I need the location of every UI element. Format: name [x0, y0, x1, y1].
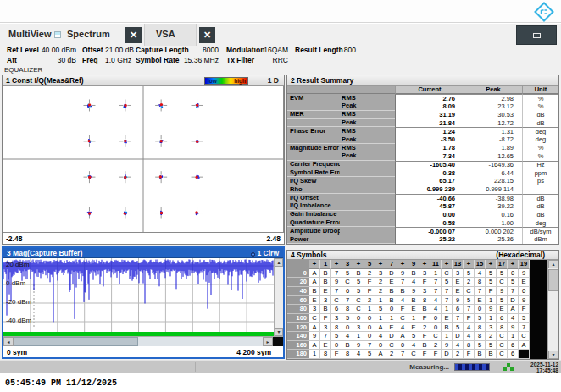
symbol-cell: B: [397, 287, 408, 296]
symbol-cell: 2: [419, 323, 430, 332]
symbol-cell: 3: [419, 269, 430, 279]
result-peak-cell: 0.16: [464, 211, 522, 219]
offset-value[interactable]: 21.00 dB: [105, 46, 134, 54]
symbol-cell: A: [375, 323, 386, 332]
result-unit-cell: ps: [522, 177, 558, 185]
result-length-value[interactable]: 800: [337, 46, 356, 54]
symbol-cell: D: [508, 296, 519, 306]
symbol-cell: 9: [508, 323, 519, 332]
symbol-cell: E: [453, 278, 464, 287]
result-peak-cell: 1.31: [464, 127, 522, 135]
symbol-cell: 9: [453, 296, 464, 306]
tx-filter-value[interactable]: RRC: [254, 56, 288, 64]
column-unit: Unit: [522, 86, 558, 94]
channel-tab-bar: MultiView Spectrum ✕ VSA ✕: [0, 24, 561, 46]
symbol-cell: F: [419, 314, 430, 323]
tab-multiview[interactable]: MultiView: [8, 29, 52, 39]
scrollbar-track[interactable]: [14, 337, 263, 346]
tab-spectrum[interactable]: Spectrum: [67, 29, 110, 39]
symbol-cell: E: [309, 296, 320, 306]
modulation-value[interactable]: 16QAM: [254, 46, 288, 54]
symbol-cell: 1: [442, 305, 453, 314]
scroll-right-button[interactable]: ▸: [263, 337, 273, 346]
close-vsa-tab-button[interactable]: ✕: [199, 27, 215, 43]
scroll-down-button[interactable]: ▾: [275, 328, 283, 336]
result-sub-cell: [340, 235, 395, 244]
att-value[interactable]: 30 dB: [37, 56, 76, 64]
channel-settings-bar: Ref Level 40.00 dBm Offset 21.00 dB Capt…: [0, 46, 561, 66]
result-row: Carrier Frequency Error-1605.40-1649.36H…: [287, 161, 558, 169]
symbol-cell: 8: [342, 350, 353, 359]
symbol-cell: C: [519, 332, 530, 341]
result-current-cell: 1.24: [395, 127, 464, 135]
symbol-cell: F: [331, 350, 342, 359]
symbol-cell: B: [353, 269, 364, 279]
scrollbar-thumb[interactable]: [14, 337, 138, 346]
freq-value[interactable]: 1.0 GHz: [105, 56, 131, 64]
mag-plot-area: 20 dBm 0 dBm -20 dBm -40 dBm: [3, 258, 274, 336]
ref-level-value[interactable]: 40.00 dBm: [37, 46, 76, 54]
scroll-up-button[interactable]: ▴: [275, 258, 283, 267]
symbol-cell: 1: [375, 296, 386, 306]
symbol-cell: 6: [497, 314, 508, 323]
symbol-cell: 5: [453, 323, 464, 332]
symbols-scrollbar[interactable]: ▴ ▾: [547, 260, 558, 359]
const-panel-titlebar[interactable]: 1 Const I/Q(Meas&Ref) low high 1 D: [3, 75, 284, 86]
result-current-cell: -45.87: [395, 202, 464, 211]
symbol-cell: 3: [419, 287, 430, 296]
symbols-panel-titlebar[interactable]: 4 Symbols (Hexadecimal): [287, 251, 558, 260]
symbol-cell: F: [320, 314, 331, 323]
status-bar: Measuring... 2025-11-12 17:45:48: [0, 360, 561, 373]
symbols-filler: [530, 305, 549, 314]
symbols-format-label: (Hexadecimal): [496, 251, 545, 260]
symbol-cell: 0: [397, 341, 408, 351]
symbol-cell: 6: [453, 305, 464, 314]
symbols-col-header: +: [464, 260, 475, 269]
tab-vsa-label[interactable]: VSA: [156, 29, 175, 39]
result-current-cell: -40.66: [395, 194, 464, 202]
scroll-down-button[interactable]: ▾: [548, 351, 558, 359]
symbols-row-label: 100: [287, 314, 309, 323]
symbol-cell: 0: [353, 314, 364, 323]
mag-panel-titlebar[interactable]: 3 Mag(Capture Buffer) 1 Clrw: [3, 248, 283, 258]
symbol-cell: 2: [364, 269, 375, 279]
symbol-cell: 9: [309, 332, 320, 341]
symbol-rate-value[interactable]: 15.36 MHz: [171, 56, 219, 64]
symbol-cell: 5: [353, 278, 364, 287]
symbol-cell: 7: [430, 278, 442, 287]
result-panel-titlebar[interactable]: 2 Result Summary: [287, 75, 558, 86]
symbol-cell: B: [419, 305, 430, 314]
symbol-cell: 7: [320, 332, 331, 341]
result-peak-cell: 2.98: [464, 94, 522, 102]
symbols-col-header: +: [419, 260, 430, 269]
scroll-left-button[interactable]: ◂: [3, 337, 14, 346]
mag-vertical-scrollbar[interactable]: ▴ ▾: [274, 258, 283, 336]
scrollbar-thumb[interactable]: [548, 269, 558, 291]
scroll-up-button[interactable]: ▴: [548, 260, 558, 268]
close-spectrum-tab-button[interactable]: ✕: [125, 27, 142, 43]
result-sub-cell: [340, 227, 395, 235]
y-label-20dbm: 20 dBm: [6, 262, 30, 268]
symbol-cell: 7: [331, 287, 342, 296]
symbols-filler: [530, 287, 549, 296]
mag-horizontal-scrollbar[interactable]: ◂ ▸: [3, 336, 283, 346]
symbol-cell: B: [419, 341, 430, 351]
symbol-cell: 9: [397, 269, 408, 279]
result-current-cell: -0.38: [395, 168, 464, 177]
symbol-cell: F: [364, 287, 375, 296]
symbol-cell: 8: [475, 278, 486, 287]
result-unit-cell: dB: [522, 119, 558, 127]
symbols-row: 60E3C7C21B4B84795E15D9: [287, 296, 549, 306]
display-menu-button[interactable]: [516, 25, 557, 45]
result-peak-cell: 23.12: [464, 102, 522, 111]
const-panel-title: 1 Const I/Q(Meas&Ref): [6, 76, 84, 85]
symbol-cell: 2: [386, 350, 397, 359]
symbol-cell: 7: [430, 287, 442, 296]
result-sub-cell: [340, 202, 395, 211]
mag-trace-plot: [3, 258, 274, 336]
capture-length-value[interactable]: 8000: [171, 46, 219, 54]
result-name-cell: I/Q Skew: [287, 177, 340, 185]
symbol-cell: 1: [408, 314, 419, 323]
symbol-cell: 5: [508, 278, 519, 287]
symbols-row: 100CF350011C1F0E7F51645: [287, 314, 549, 323]
